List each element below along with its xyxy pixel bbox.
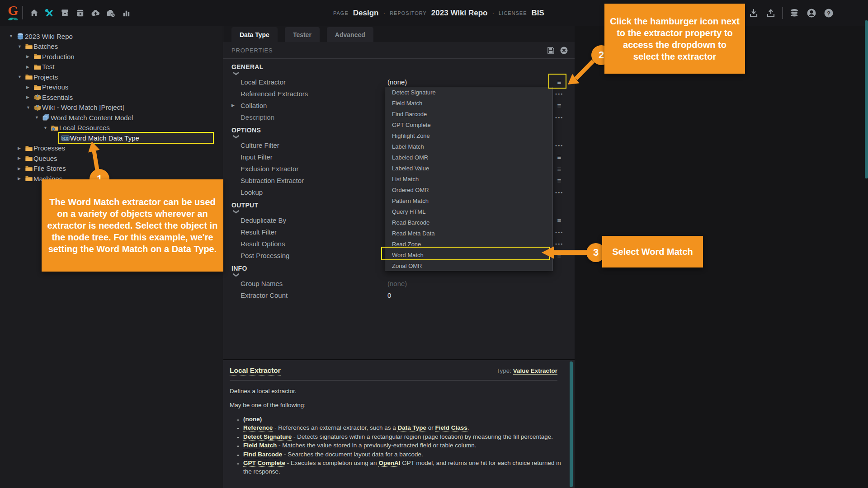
section-collapse-icon[interactable]	[231, 72, 241, 75]
help-link[interactable]: Reference	[243, 424, 273, 432]
selected-tree-node[interactable]: 0123Word Match Data Type	[58, 132, 214, 144]
tree-item-production[interactable]: ▶Production	[0, 52, 223, 62]
section-collapse-icon[interactable]	[231, 273, 241, 277]
jobs-button[interactable]	[105, 7, 117, 19]
help-bullet: Reference - References an external extra…	[243, 423, 563, 432]
tree-expander-icon[interactable]: ▶	[18, 156, 25, 160]
dropdown-item-ordered-omr[interactable]: Ordered OMR	[385, 185, 552, 196]
tree-expander-icon[interactable]: ▶	[26, 65, 33, 69]
save-icon[interactable]	[547, 46, 555, 55]
help-scrollbar[interactable]	[570, 361, 573, 487]
dropdown-item-label-match[interactable]: Label Match	[385, 141, 552, 152]
property-label: Group Names	[241, 280, 387, 287]
tree-expander-icon[interactable]: ▼	[43, 126, 51, 130]
tab-data-type[interactable]: Data Type	[231, 27, 278, 42]
design-tools-button[interactable]	[43, 7, 55, 19]
tree-item-essentials[interactable]: ▶Essentials	[0, 92, 223, 103]
user-icon	[806, 8, 817, 19]
help-link[interactable]: Find Barcode	[243, 451, 282, 458]
section-header-general[interactable]: GENERAL	[223, 62, 575, 76]
help-link[interactable]: OpenAI	[378, 460, 400, 467]
tree-item-processes[interactable]: ▶Processes	[0, 143, 223, 154]
stats-button[interactable]	[120, 7, 132, 19]
tab-tester[interactable]: Tester	[285, 27, 320, 42]
batches-button[interactable]	[59, 7, 71, 19]
help-text: or	[426, 424, 435, 431]
tab-advanced[interactable]: Advanced	[327, 27, 373, 42]
help-icon: ?	[823, 8, 834, 19]
tree-item-2023-wiki-repo[interactable]: ▼2023 Wiki Repo	[0, 31, 223, 42]
tree-item-projects[interactable]: ▼Projects	[0, 72, 223, 82]
help-link[interactable]: Field Class	[435, 424, 467, 432]
dropdown-item-gpt-complete[interactable]: GPT Complete	[385, 120, 552, 131]
property-row-local-extractor: Local Extractor(none)≡	[223, 76, 575, 88]
tree-expander-icon[interactable]: ▶	[18, 146, 25, 150]
database-button[interactable]	[788, 7, 800, 19]
svg-text:0123: 0123	[62, 136, 69, 140]
repository-value[interactable]: 2023 Wiki Repo	[431, 9, 488, 18]
dropdown-item-list-match[interactable]: List Match	[385, 174, 552, 185]
help-link[interactable]: Field Match	[243, 442, 277, 449]
batches-icon	[60, 8, 70, 18]
batch-process-button[interactable]	[74, 7, 86, 19]
tree-expander-icon[interactable]: ▶	[26, 85, 33, 89]
help-text: - Executes a completion using an	[285, 460, 378, 466]
tree-item-word-match-data-type[interactable]: 0123Word Match Data Type	[0, 133, 223, 143]
page-value[interactable]: Design	[353, 9, 379, 18]
tree-item-queues[interactable]: ▶Queues	[0, 153, 223, 164]
row-expander-icon[interactable]: ▶	[231, 103, 241, 108]
tree-expander-icon[interactable]: ▼	[18, 44, 25, 49]
tree-item-label: Batches	[33, 42, 58, 50]
help-type-link[interactable]: Value Extractor	[513, 367, 557, 375]
tree-item-wiki-word-match-project[interactable]: ▼Wiki - Word Match [Project]	[0, 103, 223, 113]
database-icon	[789, 8, 800, 19]
tree-expander-icon[interactable]: ▶	[26, 95, 33, 99]
download-button[interactable]	[748, 7, 760, 19]
close-icon[interactable]	[560, 46, 568, 55]
user-button[interactable]	[806, 7, 817, 19]
dropdown-item-read-barcode[interactable]: Read Barcode	[385, 217, 552, 228]
home-button[interactable]	[28, 7, 40, 19]
dropdown-item-labeled-omr[interactable]: Labeled OMR	[385, 152, 552, 163]
help-link[interactable]: Detect Signature	[243, 433, 292, 441]
dropdown-item-labeled-value[interactable]: Labeled Value	[385, 163, 552, 174]
tree-expander-icon[interactable]: ▶	[18, 176, 25, 181]
tree-item-label: Wiki - Word Match [Project]	[42, 103, 124, 111]
tree-expander-icon[interactable]: ▼	[26, 105, 33, 110]
tree-item-word-match-content-model[interactable]: ▼Word Match Content Model	[0, 113, 223, 123]
tree-expander-icon[interactable]: ▼	[35, 115, 42, 120]
tree-expander-icon[interactable]: ▼	[9, 34, 16, 38]
dropdown-item-detect-signature[interactable]: Detect Signature	[385, 87, 552, 98]
tree-item-test[interactable]: ▶Test	[0, 62, 223, 72]
tree-item-previous[interactable]: ▶Previous	[0, 82, 223, 93]
callout-2-box: Click the hamburger icon next to the ext…	[604, 4, 745, 74]
help-link[interactable]: GPT Complete	[243, 460, 285, 467]
tree-item-file-stores[interactable]: ▶File Stores	[0, 164, 223, 174]
help-link[interactable]: Data Type	[397, 424, 426, 432]
dropdown-item-read-meta-data[interactable]: Read Meta Data	[385, 228, 552, 239]
section-collapse-icon[interactable]	[231, 210, 241, 214]
dropdown-item-query-html[interactable]: Query HTML	[385, 206, 552, 217]
dropdown-item-highlight-zone[interactable]: Highlight Zone	[385, 131, 552, 141]
tree-expander-icon[interactable]: ▶	[26, 54, 33, 59]
help-button[interactable]: ?	[823, 7, 835, 19]
design-tools-icon	[44, 8, 54, 18]
dropdown-scrollbar[interactable]	[865, 20, 868, 178]
property-value[interactable]: (none)	[387, 78, 549, 86]
section-collapse-icon[interactable]	[231, 135, 241, 139]
tree-item-local-resources[interactable]: ▼Local Resources	[0, 123, 223, 133]
dropdown-item-field-match[interactable]: Field Match	[385, 98, 552, 109]
help-title: Local Extractor	[230, 366, 281, 375]
dropdown-item-pattern-match[interactable]: Pattern Match	[385, 196, 552, 206]
tree-item-label: Test	[42, 63, 55, 70]
cloud-upload-button[interactable]	[90, 7, 101, 19]
upload-button[interactable]	[765, 7, 777, 19]
dropdown-item-zonal-omr[interactable]: Zonal OMR	[385, 261, 552, 272]
tree-expander-icon[interactable]: ▶	[18, 166, 25, 171]
tab-strip: Data TypeTesterAdvanced	[223, 26, 575, 42]
help-text: .	[467, 424, 469, 431]
tree-item-batches[interactable]: ▼Batches	[0, 42, 223, 52]
dropdown-item-find-barcode[interactable]: Find Barcode	[385, 109, 552, 120]
batch-process-icon	[75, 8, 85, 18]
tree-expander-icon[interactable]: ▼	[18, 75, 25, 79]
